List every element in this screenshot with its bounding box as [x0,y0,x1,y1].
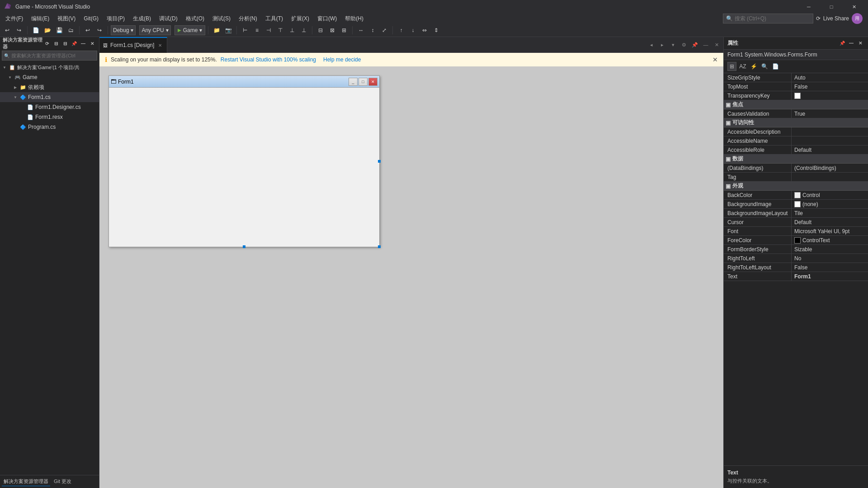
tree-programcs[interactable]: 🔷 Program.cs [0,122,99,132]
redo-button[interactable]: ↪ [14,25,24,36]
help-link[interactable]: Help me decide [323,56,361,63]
size-height-button[interactable]: ↕ [367,25,378,36]
collapse-all-button[interactable]: ⊟ [61,39,69,47]
sync-button[interactable]: ⟳ [43,39,51,47]
close-sidebar-button[interactable]: ✕ [88,39,96,47]
size-width-button[interactable]: ↔ [355,25,366,36]
new-file-button[interactable]: 📄 [30,25,41,36]
prop-section-accessibility[interactable]: ▣ 可访问性 [724,118,868,127]
profile-icon[interactable]: 用 [852,13,863,24]
prop-icon-bar: ⊞ AZ ⚡ 🔍 📄 [724,60,868,73]
open-folder-button[interactable]: 📁 [211,25,222,36]
menu-help[interactable]: 帮助(H) [341,14,367,23]
play-button[interactable]: ▶ Game ▾ [175,25,206,35]
tree-dependencies[interactable]: ▶ 📁 依赖项 [0,82,99,92]
prop-unpin-button[interactable]: — [847,39,855,47]
align-center-button[interactable]: ≡ [251,25,262,36]
menu-debug[interactable]: 调试(D) [156,14,181,23]
live-share-button[interactable]: ⟳ Live Share [816,15,849,22]
align-right-button[interactable]: ⊣ [263,25,274,36]
close-button[interactable]: ✕ [844,0,864,14]
order-front-button[interactable]: ↑ [396,25,406,36]
menu-window[interactable]: 窗口(W) [314,14,340,23]
align-top-button[interactable]: ⊤ [275,25,286,36]
tab-pin-button[interactable]: 📌 [690,40,700,50]
tree-solution[interactable]: ▼ 📋 解决方案'Game'(1 个项目/共 [0,62,99,72]
menu-test[interactable]: 测试(S) [209,14,234,23]
tab-settings-button[interactable]: ⚙ [679,40,689,50]
redo2-button[interactable]: ↪ [94,25,105,36]
sidebar-tab-git[interactable]: Git 更改 [52,477,73,486]
menu-view[interactable]: 视图(V) [54,14,79,23]
align-bottom-button[interactable]: ⊥ [298,25,309,36]
info-close-button[interactable]: ✕ [712,56,718,63]
prop-pin-button[interactable]: 📌 [838,39,846,47]
camera-button[interactable]: 📷 [223,25,234,36]
sidebar-search-box[interactable]: 🔍 [2,51,97,61]
format-button[interactable]: ⊟ [315,25,326,36]
prop-close-button[interactable]: ✕ [856,39,864,47]
prop-section-focus[interactable]: ▣ 焦点 [724,100,868,109]
cpu-config-dropdown[interactable]: Any CPU ▾ [139,25,170,35]
form-maximize-button[interactable]: □ [359,78,368,86]
minimize-button[interactable]: ─ [798,0,819,14]
tab-prev-button[interactable]: ◂ [646,40,656,50]
form-close-button[interactable]: ✕ [368,78,377,86]
tree-form1resx[interactable]: 📄 Form1.resx [0,112,99,122]
tree-game-project[interactable]: ▼ 🎮 Game [0,72,99,82]
prop-event-icon[interactable]: ⚡ [749,62,758,71]
open-button[interactable]: 📂 [42,25,53,36]
prop-grid-icon[interactable]: ⊞ [727,62,736,71]
sidebar-tab-solution[interactable]: 解决方案资源管理器 [2,477,50,486]
prop-page-icon[interactable]: 📄 [771,62,780,71]
search-input[interactable] [735,15,802,22]
restart-link[interactable]: Restart Visual Studio with 100% scaling [221,56,316,63]
properties-header: 属性 📌 — ✕ [724,37,868,50]
maximize-button[interactable]: □ [821,0,842,14]
resize-bottom-handle[interactable] [243,245,245,248]
resize-corner-handle[interactable] [378,245,381,248]
prop-sort-icon[interactable]: AZ [738,62,747,71]
format3-button[interactable]: ⊞ [339,25,349,36]
order-back-button[interactable]: ↓ [407,25,418,36]
menu-git[interactable]: Git(G) [80,14,102,23]
debug-config-dropdown[interactable]: Debug ▾ [111,25,136,35]
menu-format[interactable]: 格式(O) [182,14,208,23]
undo-button[interactable]: ↩ [2,25,13,36]
menu-file[interactable]: 文件(F) [2,14,27,23]
menu-build[interactable]: 生成(B) [129,14,155,23]
tab-close-pane-button[interactable]: ✕ [712,40,722,50]
horiz-space-button[interactable]: ⇔ [419,25,430,36]
filter-button[interactable]: ⊟ [52,39,60,47]
align-left-button[interactable]: ⊢ [240,25,250,36]
format2-button[interactable]: ⊠ [327,25,338,36]
undo2-button[interactable]: ↩ [82,25,93,36]
tree-form1designer[interactable]: 📄 Form1.Designer.cs [0,102,99,112]
unpin-button[interactable]: — [79,39,87,47]
save-all-button[interactable]: 🗂 [66,25,76,36]
vert-space-button[interactable]: ⇕ [431,25,442,36]
menu-extensions[interactable]: 扩展(X) [288,14,313,23]
tab-form1-design[interactable]: 🖼 Form1.cs [Design] ✕ [99,37,167,53]
prop-section-appearance[interactable]: ▣ 外观 [724,182,868,191]
tab-close-all-button[interactable]: — [701,40,711,50]
prop-section-data[interactable]: ▣ 数据 [724,155,868,164]
menu-tools[interactable]: 工具(T) [262,14,287,23]
menu-analyze[interactable]: 分析(N) [235,14,261,23]
menu-project[interactable]: 项目(P) [103,14,128,23]
tree-form1cs[interactable]: ▼ 🔷 Form1.cs [0,92,99,102]
resize-right-handle[interactable] [378,160,381,163]
tab-dropdown-button[interactable]: ▾ [668,40,678,50]
form-minimize-button[interactable]: _ [349,78,358,86]
sidebar-search-input[interactable] [11,53,95,58]
menu-edit[interactable]: 编辑(E) [28,14,53,23]
global-search[interactable]: 🔍 [723,14,813,23]
tab-close-button[interactable]: ✕ [157,42,163,48]
pin-button[interactable]: 📌 [70,39,78,47]
align-middle-button[interactable]: ⊥ [287,25,297,36]
size-both-button[interactable]: ⤢ [379,25,390,36]
prop-search-icon[interactable]: 🔍 [760,62,769,71]
tab-next-button[interactable]: ▸ [657,40,667,50]
save-button[interactable]: 💾 [54,25,65,36]
programcs-icon: 🔷 [20,124,26,130]
